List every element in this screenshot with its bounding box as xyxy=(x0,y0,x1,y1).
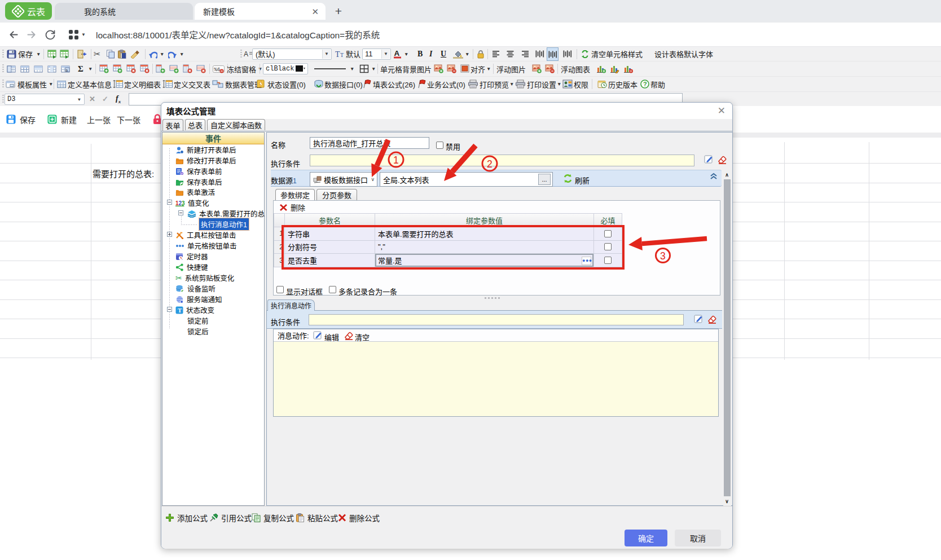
svg-text:T: T xyxy=(178,307,182,314)
svg-text:T: T xyxy=(340,52,344,58)
svg-text:3: 3 xyxy=(182,200,185,206)
svg-text:A: A xyxy=(394,49,400,58)
svg-text:?: ? xyxy=(643,81,647,87)
svg-text:A: A xyxy=(244,50,248,58)
svg-text:a: a xyxy=(65,68,68,72)
svg-text:%6: %6 xyxy=(214,67,221,73)
svg-text:T: T xyxy=(335,50,340,58)
